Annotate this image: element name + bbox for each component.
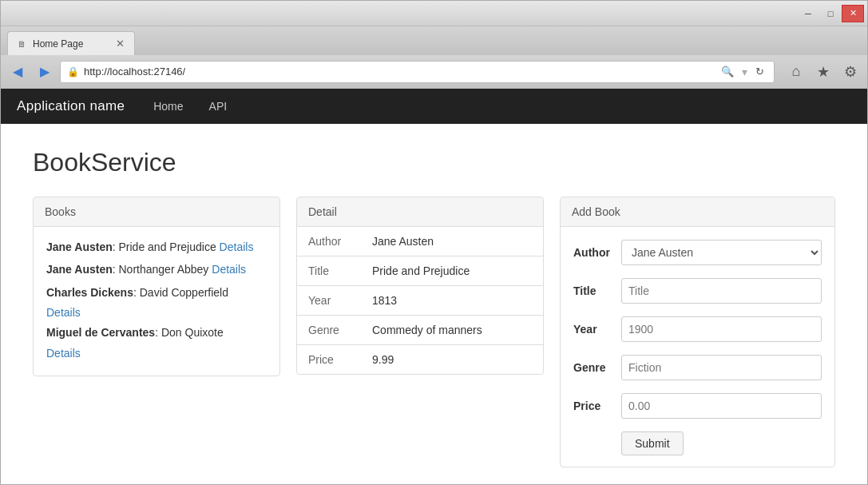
- nav-brand: Application name: [17, 98, 125, 114]
- book-author: Charles Dickens: [46, 286, 133, 299]
- add-book-panel: Add Book Author Jane Austen Charles Dick…: [560, 197, 835, 467]
- detail-table: Author Jane Austen Title Pride and Preju…: [297, 227, 543, 374]
- address-search-button[interactable]: 🔍: [718, 64, 737, 79]
- settings-icon-button[interactable]: ⚙: [838, 61, 862, 83]
- detail-label: Year: [297, 286, 361, 316]
- address-lock-icon: 🔒: [67, 66, 79, 78]
- genre-label: Genre: [573, 361, 621, 374]
- book-author: Jane Austen: [46, 263, 113, 276]
- address-input-wrap: 🔒 🔍 ▾ ↻: [60, 61, 775, 83]
- page-title: BookService: [33, 148, 835, 177]
- browser-window: ─ □ ✕ 🗎 Home Page ✕ ◀ ▶ 🔒 🔍 ▾ ↻ ⌂ ★ ⚙ Ap…: [0, 0, 868, 485]
- nav-link-home[interactable]: Home: [149, 97, 188, 116]
- list-item: Jane Austen: Northanger Abbey Details: [46, 260, 267, 278]
- list-item: Jane Austen: Pride and Prejudice Details: [46, 238, 267, 256]
- details-link[interactable]: Details: [46, 347, 267, 360]
- title-input[interactable]: [621, 278, 822, 304]
- book-author: Miguel de Cervantes: [46, 326, 155, 339]
- tab-page-icon: 🗎: [18, 39, 26, 49]
- table-row: Genre Commedy of manners: [297, 316, 543, 345]
- author-select[interactable]: Jane Austen Charles Dickens Miguel de Ce…: [621, 240, 822, 265]
- table-row: Price 9.99: [297, 345, 543, 375]
- details-link[interactable]: Details: [46, 306, 267, 319]
- author-form-row: Author Jane Austen Charles Dickens Migue…: [561, 233, 834, 272]
- close-button[interactable]: ✕: [842, 5, 864, 22]
- book-author: Jane Austen: [46, 241, 113, 253]
- tab-bar: 🗎 Home Page ✕: [1, 26, 867, 55]
- list-item: Miguel de Cervantes: Don Quixote: [46, 324, 267, 341]
- detail-label: Author: [297, 227, 361, 256]
- genre-form-row: Genre: [561, 348, 834, 387]
- price-label: Price: [573, 400, 621, 412]
- detail-value: 1813: [361, 286, 543, 316]
- detail-panel: Detail Author Jane Austen Title Pride an…: [296, 197, 544, 375]
- browser-tab[interactable]: 🗎 Home Page ✕: [7, 31, 135, 55]
- submit-button[interactable]: Submit: [621, 431, 684, 455]
- add-book-panel-header: Add Book: [561, 197, 834, 227]
- details-link[interactable]: Details: [220, 241, 254, 253]
- title-form-row: Title: [561, 272, 834, 310]
- title-bar-right: ─ □ ✕: [797, 5, 864, 22]
- details-link[interactable]: Details: [212, 263, 246, 276]
- books-panel-body: Jane Austen: Pride and Prejudice Details…: [34, 227, 279, 376]
- detail-value: Jane Austen: [361, 227, 543, 256]
- detail-label: Price: [297, 345, 361, 375]
- detail-value: Commedy of manners: [361, 316, 543, 345]
- detail-label: Genre: [297, 316, 361, 345]
- favorites-icon-button[interactable]: ★: [811, 61, 835, 83]
- forward-button[interactable]: ▶: [33, 61, 57, 83]
- toolbar-icons: ⌂ ★ ⚙: [784, 61, 862, 83]
- maximize-button[interactable]: □: [819, 5, 842, 22]
- books-panel-header: Books: [34, 197, 279, 227]
- nav-link-api[interactable]: API: [204, 97, 232, 116]
- table-row: Title Pride and Prejudice: [297, 256, 543, 286]
- table-row: Year 1813: [297, 286, 543, 316]
- price-form-row: Price: [561, 387, 834, 425]
- title-label: Title: [573, 284, 621, 297]
- home-icon-button[interactable]: ⌂: [784, 61, 808, 83]
- detail-value: Pride and Prejudice: [361, 256, 543, 286]
- address-separator: ▾: [742, 66, 747, 78]
- year-label: Year: [573, 323, 621, 336]
- title-bar: ─ □ ✕: [1, 1, 867, 26]
- tab-close-button[interactable]: ✕: [116, 38, 125, 50]
- back-button[interactable]: ◀: [6, 61, 30, 83]
- panels: Books Jane Austen: Pride and Prejudice D…: [33, 197, 835, 467]
- price-input[interactable]: [621, 393, 822, 419]
- minimize-button[interactable]: ─: [797, 5, 819, 22]
- detail-label: Title: [297, 256, 361, 286]
- books-panel: Books Jane Austen: Pride and Prejudice D…: [33, 197, 280, 376]
- year-form-row: Year: [561, 310, 834, 348]
- address-bar: ◀ ▶ 🔒 🔍 ▾ ↻ ⌂ ★ ⚙: [1, 55, 867, 89]
- address-input[interactable]: [84, 66, 713, 78]
- year-input[interactable]: [621, 316, 822, 342]
- detail-panel-header: Detail: [297, 197, 543, 227]
- table-row: Author Jane Austen: [297, 227, 543, 256]
- main-content: BookService Books Jane Austen: Pride and…: [1, 124, 867, 484]
- genre-input[interactable]: [621, 355, 822, 380]
- nav-bar: Application name Home API: [1, 89, 867, 124]
- author-label: Author: [573, 246, 621, 259]
- detail-value: 9.99: [361, 345, 543, 375]
- address-refresh-button[interactable]: ↻: [752, 64, 767, 79]
- tab-label: Home Page: [33, 38, 83, 50]
- list-item: Charles Dickens: David Copperfield: [46, 284, 267, 301]
